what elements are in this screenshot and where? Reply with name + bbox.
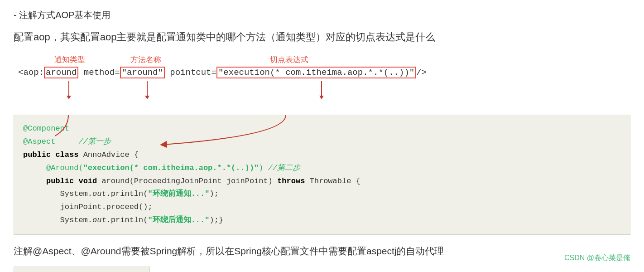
out-italic: out <box>92 189 106 198</box>
indent4: joinPoint.proceed(); <box>23 203 153 211</box>
xml-around-val: around <box>44 67 78 78</box>
keyword-public: public <box>23 151 51 159</box>
watermark: CSDN @卷心菜是俺 <box>564 253 630 263</box>
indent3: System. <box>23 189 92 198</box>
indent1 <box>23 164 42 172</box>
svg-marker-1 <box>67 96 71 99</box>
xml-tag-close: /> <box>416 68 427 78</box>
string-after: "环绕后通知..." <box>148 216 209 224</box>
method-sig: around(ProceedingJoinPoint joinPoint) <box>101 177 277 185</box>
step2-comment: //第二步 <box>268 164 300 172</box>
println1: .println( <box>106 189 148 198</box>
xml-pointcut-val: "execution(* com.itheima.aop.*.*(..))" <box>216 67 416 78</box>
code-line-7: joinPoint.proceed(); <box>23 201 621 214</box>
keyword-throws: throws <box>277 177 305 185</box>
semi2: );} <box>209 216 223 224</box>
out-italic2: out <box>92 216 106 224</box>
class-name: AnnoAdvice { <box>83 151 139 159</box>
around-annotation-at: @Around( <box>46 164 83 172</box>
label-qiedian: 切点表达式 <box>270 54 308 65</box>
aspect-annotation: @Aspect <box>23 137 55 146</box>
xml-tag-open: <aop: <box>18 68 44 78</box>
annotation-diagram: 通知类型 方法名称 切点表达式 <aop:around method="arou… <box>14 54 630 115</box>
component-annotation: @Component <box>23 124 69 133</box>
xml-config-line: <aop:around method="around" pointcut="ex… <box>14 68 630 78</box>
keyword-void: void <box>78 177 97 185</box>
page-title: - 注解方式AOP基本使用 <box>14 9 630 21</box>
semi1: ); <box>209 189 218 198</box>
svg-marker-3 <box>145 96 149 99</box>
indent2 <box>23 177 42 185</box>
svg-marker-5 <box>319 96 324 99</box>
throws-type: Throwable { <box>310 177 360 185</box>
arrows-svg <box>14 81 421 106</box>
code-line-4: @Around("execution(* com.itheima.aop.*.*… <box>23 162 621 175</box>
code-line-3: public class AnnoAdvice { <box>23 149 621 162</box>
println2: .println( <box>106 216 148 224</box>
code-line-6: System.out.println("环绕前通知..."); <box>23 188 621 201</box>
label-tongzhi: 通知类型 <box>54 54 85 65</box>
xml-autoproxy-block: <aop:aspectj-autoproxy/> <box>14 267 150 272</box>
annotation-labels: 通知类型 方法名称 切点表达式 <box>14 54 630 65</box>
around-annotation-close: ) <box>259 164 263 172</box>
around-annotation-val: "execution(* com.itheima.aop.*.*(..))" <box>83 164 259 172</box>
main-desc: 配置aop，其实配置aop主要就是配置通知类中的哪个方法（通知类型）对应的切点表… <box>14 29 630 44</box>
code-block: @Component @Aspect //第一步 public class An… <box>14 115 630 235</box>
xml-pointcut-attr: pointcut= <box>170 68 216 78</box>
code-line-2: @Aspect //第一步 <box>23 136 621 149</box>
xml-method-val: "around" <box>120 67 165 78</box>
keyword-public2: public <box>46 177 74 185</box>
xml-method-attr: method= <box>84 68 120 78</box>
keyword-class: class <box>55 151 78 159</box>
label-fangfa: 方法名称 <box>130 54 161 65</box>
code-line-1: @Component <box>23 122 621 136</box>
code-line-8: System.out.println("环绕后通知...");} <box>23 214 621 227</box>
string-before: "环绕前通知..." <box>148 189 209 198</box>
indent5: System. <box>23 216 92 224</box>
step1-comment: //第一步 <box>60 137 111 146</box>
code-line-5: public void around(ProceedingJoinPoint j… <box>23 175 621 188</box>
bottom-desc: 注解@Aspect、@Around需要被Spring解析，所以在Spring核心… <box>14 244 630 258</box>
